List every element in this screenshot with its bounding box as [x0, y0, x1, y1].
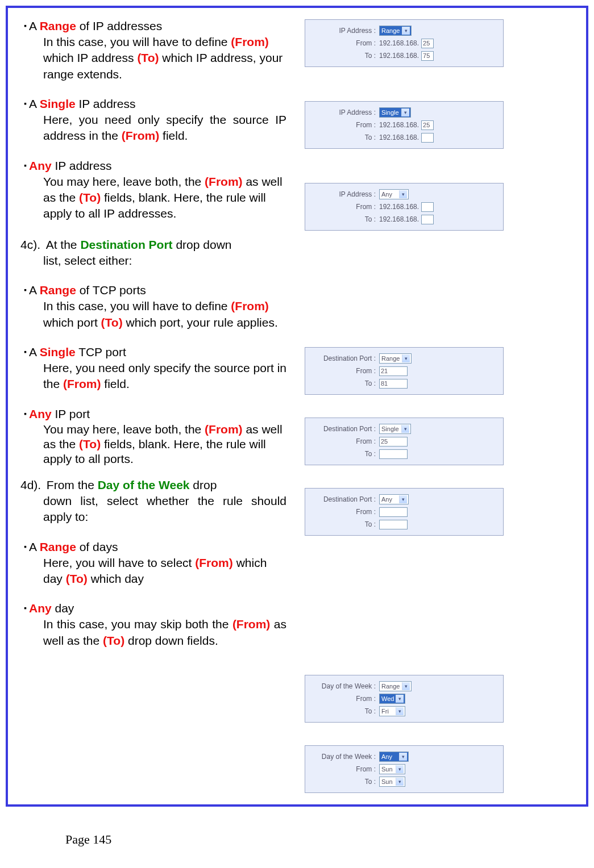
chevron-down-icon: [399, 495, 407, 503]
label: From :: [305, 39, 379, 47]
panel-port-range: Destination Port :Range From :21 To :81: [305, 347, 504, 395]
t: IP port: [52, 407, 90, 420]
item-port-single: ▪A Single TCP port Here, you need only s…: [31, 345, 286, 393]
t: field.: [101, 377, 130, 390]
t: Sun: [381, 778, 393, 785]
t: 192.168.168.: [379, 203, 419, 211]
destination-port-select[interactable]: Range: [379, 353, 412, 364]
field: (To): [137, 51, 159, 64]
item-heading: ▪A Single TCP port: [24, 345, 286, 359]
day-of-week-select[interactable]: Range: [379, 681, 412, 691]
label: From :: [305, 203, 379, 211]
page-number: Page 145: [65, 832, 111, 847]
t: A: [29, 19, 40, 32]
term: Single: [40, 345, 76, 358]
item-heading: ▪A Single IP address: [24, 97, 286, 111]
page: ▪A Range of IP addresses In this case, y…: [0, 0, 594, 868]
from-input[interactable]: 25: [421, 39, 434, 48]
ip-address-select[interactable]: Single: [379, 107, 411, 118]
bullet-icon: ▪: [24, 285, 27, 294]
day-of-week-select[interactable]: Any: [379, 752, 409, 762]
item-ip-single: ▪A Single IP address Here, you need only…: [31, 97, 286, 144]
bullet-icon: ▪: [24, 161, 27, 170]
chevron-down-icon: [399, 753, 407, 761]
to-input[interactable]: 81: [379, 379, 408, 389]
t: Any: [381, 191, 392, 198]
label: From :: [305, 765, 379, 773]
t: list, select either:: [43, 253, 286, 269]
from-select[interactable]: Wed: [379, 694, 405, 704]
t: TCP port: [76, 345, 126, 358]
panel-ip-any: IP Address :Any From :192.168.168. To :1…: [305, 183, 504, 231]
item-desc: You may here, leave both, the (From) as …: [43, 174, 286, 222]
chevron-down-icon: [396, 765, 404, 773]
t: You may here, leave both, the: [43, 423, 205, 436]
term: Destination Port: [80, 238, 172, 251]
ip-address-select[interactable]: Range: [379, 26, 412, 36]
to-input[interactable]: 75: [421, 51, 434, 61]
bullet-icon: ▪: [24, 99, 27, 108]
t: A: [29, 283, 40, 297]
to-input[interactable]: [421, 215, 434, 224]
panel-port-any: Destination Port :Any From : To :: [305, 488, 504, 536]
label: To :: [305, 133, 379, 141]
panel-ip-range: IP Address :Range From :192.168.168.25 T…: [305, 19, 504, 67]
step-4c: 4c). At the Destination Port drop down l…: [31, 237, 286, 269]
field: (From): [205, 175, 243, 188]
from-input[interactable]: [421, 202, 434, 212]
chevron-down-icon: [396, 707, 404, 715]
label: Destination Port :: [305, 425, 379, 433]
from-select[interactable]: Sun: [379, 764, 405, 774]
destination-port-select[interactable]: Any: [379, 494, 409, 504]
field: (To): [103, 634, 124, 647]
from-input[interactable]: 25: [379, 437, 408, 446]
label: From :: [305, 695, 379, 703]
label: To :: [305, 215, 379, 223]
chevron-down-icon: [402, 682, 410, 690]
to-select[interactable]: Sun: [379, 777, 405, 787]
panel-day-range: Day of the Week :Range From :Wed To :Fri: [305, 675, 504, 723]
t: field.: [159, 129, 188, 142]
field: (To): [79, 437, 101, 450]
t: which IP address: [43, 51, 137, 64]
label: To :: [305, 778, 379, 786]
spacer: [301, 536, 574, 675]
label: IP Address :: [305, 27, 379, 35]
item-desc: Here, you need only specify the source I…: [43, 112, 286, 144]
t: 192.168.168.: [379, 133, 419, 141]
field: (To): [79, 191, 101, 204]
t: A: [29, 345, 40, 358]
to-input[interactable]: [379, 520, 408, 529]
item-port-range: ▪A Range of TCP ports In this case, you …: [31, 283, 286, 331]
panel-port-single: Destination Port :Single From :25 To :: [305, 418, 504, 465]
t: of IP addresses: [76, 19, 162, 32]
t: drop down fields.: [124, 634, 218, 647]
item-heading: ▪A Range of IP addresses: [24, 19, 286, 33]
t: of TCP ports: [76, 283, 146, 297]
chevron-down-icon: [402, 354, 410, 362]
t: Any: [381, 753, 392, 760]
from-input[interactable]: [379, 507, 408, 517]
t: 4d).: [20, 477, 43, 493]
to-input[interactable]: [421, 133, 434, 143]
term: Range: [40, 283, 76, 297]
spacer: [301, 231, 574, 347]
label: Destination Port :: [305, 354, 379, 362]
t: 4c).: [20, 237, 43, 253]
bullet-icon: ▪: [24, 542, 27, 551]
panel-day-any: Day of the Week :Any From :Sun To :Sun: [305, 745, 504, 793]
to-input[interactable]: [379, 449, 408, 459]
t: 192.168.168.: [379, 215, 419, 223]
ip-address-select[interactable]: Any: [379, 189, 409, 199]
from-input[interactable]: 21: [379, 366, 408, 376]
t: You may here, leave both, the: [43, 175, 205, 188]
label: Destination Port :: [305, 495, 379, 503]
t: Any: [381, 496, 392, 503]
destination-port-select[interactable]: Single: [379, 424, 411, 434]
term: Single: [40, 97, 76, 110]
t: Here, you will have to select: [43, 556, 195, 569]
from-input[interactable]: 25: [421, 120, 434, 130]
to-select[interactable]: Fri: [379, 706, 405, 716]
label: To :: [305, 707, 379, 715]
item-port-any: ▪Any IP port You may here, leave both, t…: [31, 407, 286, 467]
